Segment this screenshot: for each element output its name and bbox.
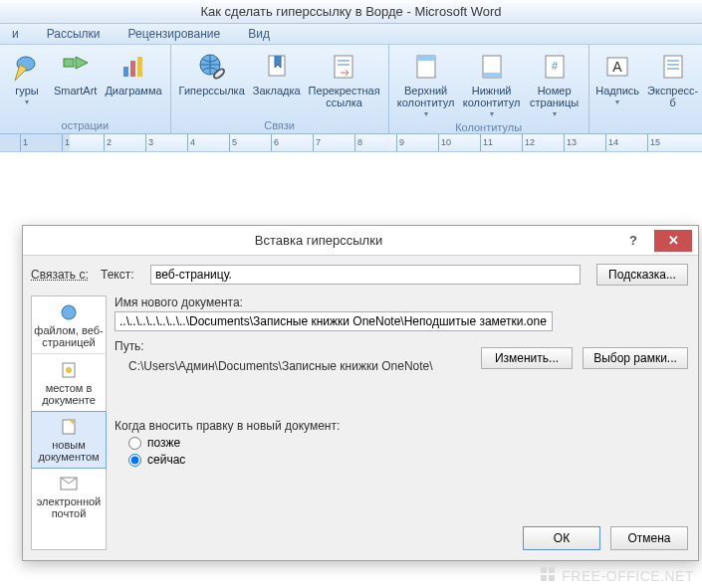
crossref-icon <box>329 51 360 83</box>
bookmark-label: Закладка <box>253 85 301 97</box>
svg-text:#: # <box>552 60 559 72</box>
tab-view[interactable]: Вид <box>236 24 282 44</box>
header-button[interactable]: Верхний колонтитул ▾ <box>393 47 459 120</box>
hyperlink-button[interactable]: Гиперссылка <box>175 47 249 118</box>
ribbon: гуры ▾ SmartArt Диаграмма острации Гипер… <box>0 45 702 134</box>
help-button[interactable]: ? <box>614 230 652 252</box>
ruler-tick: 14 <box>605 134 618 152</box>
footer-button[interactable]: Нижний колонтитул ▾ <box>459 47 525 120</box>
app-title: Как сделать гиперссылку в Ворде - Micros… <box>200 4 501 19</box>
group-illustrations-label: острации <box>4 118 166 133</box>
group-text: A Надпись ▾ Экспресс-б <box>589 45 702 133</box>
chevron-down-icon: ▾ <box>25 98 29 106</box>
watermark-text: FREE-OFFICE.NET <box>562 568 694 584</box>
watermark: FREE-OFFICE.NET <box>540 566 694 584</box>
link-with-label: Связать с: <box>31 268 95 282</box>
svg-rect-31 <box>541 567 547 573</box>
document-place-icon <box>59 360 79 380</box>
close-button[interactable]: ✕ <box>654 230 692 252</box>
ruler-tick: 12 <box>522 134 535 152</box>
linkto-place-label: местом в документе <box>42 382 96 406</box>
tab-partial[interactable]: и <box>0 24 31 44</box>
app-titlebar: Как сделать гиперссылку в Ворде - Micros… <box>0 0 702 24</box>
chevron-down-icon: ▾ <box>553 109 557 118</box>
ruler-tick: 5 <box>229 134 237 152</box>
group-links: Гиперссылка Закладка Перекрестная ссылка… <box>171 45 389 133</box>
ruler-tick: 8 <box>354 134 362 152</box>
svg-marker-3 <box>76 57 88 69</box>
shapes-button[interactable]: гуры ▾ <box>4 47 50 118</box>
ruler-tick: 15 <box>647 134 660 152</box>
linkto-newdoc[interactable]: новым документом <box>31 411 107 469</box>
ruler-tick: 4 <box>187 134 195 152</box>
textbox-label: Надпись <box>595 85 639 97</box>
edit-now-input[interactable] <box>128 454 141 467</box>
ruler-tick: 13 <box>564 134 577 152</box>
ruler-tick: 1 <box>20 134 28 152</box>
dialog-titlebar[interactable]: Вставка гиперссылки ? ✕ <box>23 226 698 256</box>
linkto-existing[interactable]: файлом, веб- страницей <box>32 296 106 354</box>
textbox-icon: A <box>601 51 633 83</box>
edit-now-label: сейчас <box>147 453 185 467</box>
linkto-existing-label: файлом, веб- страницей <box>34 324 103 348</box>
edit-now-radio[interactable]: сейчас <box>128 453 688 467</box>
svg-point-25 <box>62 305 76 319</box>
globe-file-icon <box>59 302 79 322</box>
ruler-tick: 11 <box>480 134 493 152</box>
footer-icon <box>476 51 508 83</box>
header-label: Верхний колонтитул <box>397 85 455 108</box>
textbox-button[interactable]: A Надпись ▾ <box>593 47 642 118</box>
quickparts-button[interactable]: Экспресс-б <box>642 47 702 118</box>
display-text-input[interactable] <box>150 265 581 285</box>
screentip-button[interactable]: Подсказка... <box>596 264 688 286</box>
edit-later-label: позже <box>147 436 180 450</box>
header-icon <box>410 51 442 83</box>
chevron-down-icon: ▾ <box>424 109 428 118</box>
edit-later-radio[interactable]: позже <box>128 436 688 450</box>
target-frame-button[interactable]: Выбор рамки... <box>583 347 688 369</box>
svg-rect-16 <box>483 73 501 78</box>
edit-later-input[interactable] <box>128 437 141 450</box>
ribbon-tabs: и Рассылки Рецензирование Вид <box>0 24 702 45</box>
group-headerfooter: Верхний колонтитул ▾ Нижний колонтитул ▾… <box>389 45 589 133</box>
svg-rect-2 <box>64 59 74 67</box>
bookmark-icon <box>261 51 293 83</box>
svg-marker-1 <box>15 65 27 81</box>
svg-rect-21 <box>664 56 682 78</box>
quickparts-label: Экспресс-б <box>646 85 700 108</box>
crossref-label: Перекрестная ссылка <box>309 85 380 108</box>
svg-text:A: A <box>612 59 622 75</box>
svg-rect-32 <box>549 567 555 573</box>
ruler[interactable]: 1123456789101112131415 <box>0 134 702 152</box>
tab-review[interactable]: Рецензирование <box>117 24 233 44</box>
ok-button[interactable]: ОК <box>523 526 600 550</box>
ruler-tick: 6 <box>271 134 279 152</box>
linkto-place[interactable]: местом в документе <box>32 354 106 412</box>
newdoc-name-label: Имя нового документа: <box>115 295 688 309</box>
globe-link-icon <box>196 51 228 83</box>
crossref-button[interactable]: Перекрестная ссылка <box>305 47 384 118</box>
dialog-main: Имя нового документа: Путь: C:\Users\Адм… <box>115 295 688 516</box>
linkto-newdoc-label: новым документом <box>38 439 99 463</box>
dialog-title: Вставка гиперссылки <box>23 233 614 248</box>
smartart-icon <box>60 51 92 83</box>
cancel-button[interactable]: Отмена <box>610 526 688 550</box>
ruler-tick: 9 <box>396 134 404 152</box>
svg-rect-4 <box>123 67 128 77</box>
pagenum-button[interactable]: # Номер страницы ▾ <box>525 47 585 120</box>
group-hf-label: Колонтитулы <box>393 120 585 135</box>
bookmark-button[interactable]: Закладка <box>249 47 305 118</box>
chart-button[interactable]: Диаграмма <box>101 47 165 118</box>
smartart-label: SmartArt <box>54 85 97 97</box>
when-edit-label: Когда вносить правку в новый документ: <box>115 419 688 433</box>
svg-rect-10 <box>335 56 352 78</box>
linkto-email[interactable]: электронной почтой <box>32 468 106 525</box>
ruler-tick: 3 <box>145 134 153 152</box>
change-path-button[interactable]: Изменить... <box>481 347 573 369</box>
newdoc-name-input[interactable] <box>115 311 553 331</box>
smartart-button[interactable]: SmartArt <box>50 47 101 118</box>
svg-rect-33 <box>541 575 547 581</box>
pagenum-icon: # <box>539 51 571 83</box>
svg-point-27 <box>66 367 72 373</box>
tab-mailings[interactable]: Рассылки <box>35 24 113 44</box>
